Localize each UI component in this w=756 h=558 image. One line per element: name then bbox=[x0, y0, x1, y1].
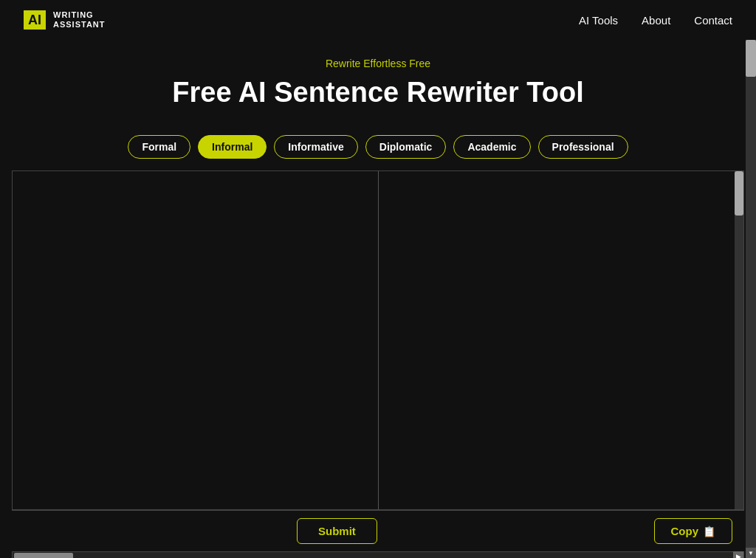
horizontal-scrollbar-thumb[interactable] bbox=[14, 553, 73, 558]
copy-label: Copy bbox=[671, 525, 699, 537]
copy-button[interactable]: Copy 📋 bbox=[654, 518, 733, 544]
logo-area: AI WRITING ASSISTANT bbox=[24, 10, 106, 30]
editor-input[interactable] bbox=[13, 171, 378, 509]
editor-container bbox=[12, 170, 744, 510]
vertical-scrollbar-thumb[interactable] bbox=[735, 171, 743, 216]
outer-scrollbar-bottom-btn[interactable]: ▼ bbox=[746, 548, 756, 558]
nav-contact[interactable]: Contact bbox=[694, 14, 732, 27]
copy-icon: 📋 bbox=[703, 526, 715, 537]
bottom-bar: Submit Copy 📋 bbox=[12, 510, 744, 551]
navbar: AI WRITING ASSISTANT AI Tools About Cont… bbox=[0, 0, 756, 40]
editor-left-panel bbox=[13, 171, 379, 509]
tone-btn-diplomatic[interactable]: Diplomatic bbox=[365, 135, 447, 159]
submit-button[interactable]: Submit bbox=[297, 518, 377, 544]
editor-output[interactable] bbox=[379, 171, 744, 509]
vertical-scrollbar-track[interactable] bbox=[735, 171, 743, 509]
horizontal-scrollbar-right-btn[interactable]: ▶ bbox=[733, 551, 743, 558]
nav-about[interactable]: About bbox=[642, 14, 670, 27]
tone-btn-formal[interactable]: Formal bbox=[128, 135, 190, 159]
outer-scrollbar-thumb[interactable] bbox=[746, 40, 756, 77]
tone-buttons-group: Formal Informal Informative Diplomatic A… bbox=[0, 135, 756, 159]
tone-btn-informal[interactable]: Informal bbox=[198, 135, 267, 159]
horizontal-scrollbar[interactable]: ▶ bbox=[12, 551, 744, 558]
tone-btn-academic[interactable]: Academic bbox=[453, 135, 530, 159]
outer-vertical-scrollbar[interactable]: ▼ bbox=[746, 40, 756, 558]
editor-right-panel bbox=[379, 171, 744, 509]
tone-btn-informative[interactable]: Informative bbox=[274, 135, 357, 159]
nav-ai-tools[interactable]: AI Tools bbox=[579, 14, 618, 27]
hero-section: Rewrite Effortless Free Free AI Sentence… bbox=[0, 40, 756, 135]
tone-btn-professional[interactable]: Professional bbox=[538, 135, 628, 159]
logo-line2: ASSISTANT bbox=[53, 20, 106, 30]
hero-title: Free AI Sentence Rewriter Tool bbox=[0, 77, 756, 108]
hero-subtitle: Rewrite Effortless Free bbox=[0, 58, 756, 69]
logo-text: WRITING ASSISTANT bbox=[53, 10, 106, 30]
logo-icon: AI bbox=[24, 10, 46, 30]
logo-line1: WRITING bbox=[53, 10, 106, 20]
nav-links: AI Tools About Contact bbox=[579, 14, 732, 27]
